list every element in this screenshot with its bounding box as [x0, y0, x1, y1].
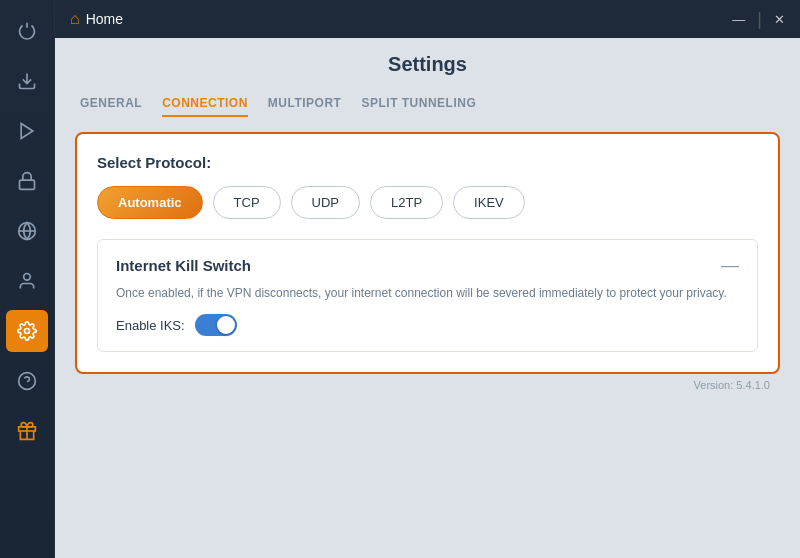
svg-marker-0 — [21, 124, 33, 139]
protocol-section-title: Select Protocol: — [97, 154, 758, 171]
home-label: Home — [86, 11, 123, 27]
kill-switch-title: Internet Kill Switch — [116, 257, 251, 274]
sidebar-item-power[interactable] — [6, 10, 48, 52]
svg-point-5 — [25, 329, 30, 334]
settings-title: Settings — [75, 53, 780, 76]
kill-switch-toggle-row: Enable IKS: — [116, 314, 739, 336]
kill-switch-toggle[interactable] — [195, 314, 237, 336]
sidebar-item-play[interactable] — [6, 110, 48, 152]
sidebar-item-settings[interactable] — [6, 310, 48, 352]
titlebar-home: ⌂ Home — [70, 10, 123, 28]
sidebar-item-help[interactable] — [6, 360, 48, 402]
kill-switch-description: Once enabled, if the VPN disconnects, yo… — [116, 284, 739, 302]
titlebar-divider: | — [757, 9, 762, 30]
tab-connection[interactable]: CONNECTION — [162, 91, 248, 117]
sidebar-item-ip[interactable] — [6, 210, 48, 252]
protocol-btn-automatic[interactable]: Automatic — [97, 186, 203, 219]
kill-switch-collapse-icon[interactable]: — — [721, 255, 739, 276]
protocol-btn-l2tp[interactable]: L2TP — [370, 186, 443, 219]
close-button[interactable]: ✕ — [774, 12, 785, 27]
sidebar-item-download[interactable] — [6, 60, 48, 102]
tab-general[interactable]: GENERAL — [80, 91, 142, 117]
svg-point-4 — [24, 274, 31, 281]
sidebar-item-account[interactable] — [6, 260, 48, 302]
settings-tabs: GENERAL CONNECTION MULTIPORT SPLIT TUNNE… — [75, 91, 780, 117]
sidebar — [0, 0, 55, 558]
titlebar-controls: — | ✕ — [732, 9, 785, 30]
tab-multiport[interactable]: MULTIPORT — [268, 91, 342, 117]
protocol-buttons: Automatic TCP UDP L2TP IKEV — [97, 186, 758, 219]
svg-rect-1 — [20, 180, 35, 189]
protocol-btn-tcp[interactable]: TCP — [213, 186, 281, 219]
main-content: ⌂ Home — | ✕ Settings GENERAL CONNECTION… — [55, 0, 800, 558]
protocol-btn-ikev[interactable]: IKEV — [453, 186, 525, 219]
settings-container: Settings GENERAL CONNECTION MULTIPORT SP… — [55, 38, 800, 558]
minimize-button[interactable]: — — [732, 12, 745, 27]
toggle-knob — [217, 316, 235, 334]
version-label: Version: 5.4.1.0 — [75, 374, 780, 396]
sidebar-item-lock[interactable] — [6, 160, 48, 202]
titlebar: ⌂ Home — | ✕ — [55, 0, 800, 38]
home-icon: ⌂ — [70, 10, 80, 28]
tab-split-tunneling[interactable]: SPLIT TUNNELING — [361, 91, 476, 117]
sidebar-item-gift[interactable] — [6, 410, 48, 452]
kill-switch-section: Internet Kill Switch — Once enabled, if … — [97, 239, 758, 352]
protocol-btn-udp[interactable]: UDP — [291, 186, 360, 219]
kill-switch-header: Internet Kill Switch — — [116, 255, 739, 276]
content-card: Select Protocol: Automatic TCP UDP L2TP … — [75, 132, 780, 374]
kill-switch-enable-label: Enable IKS: — [116, 318, 185, 333]
